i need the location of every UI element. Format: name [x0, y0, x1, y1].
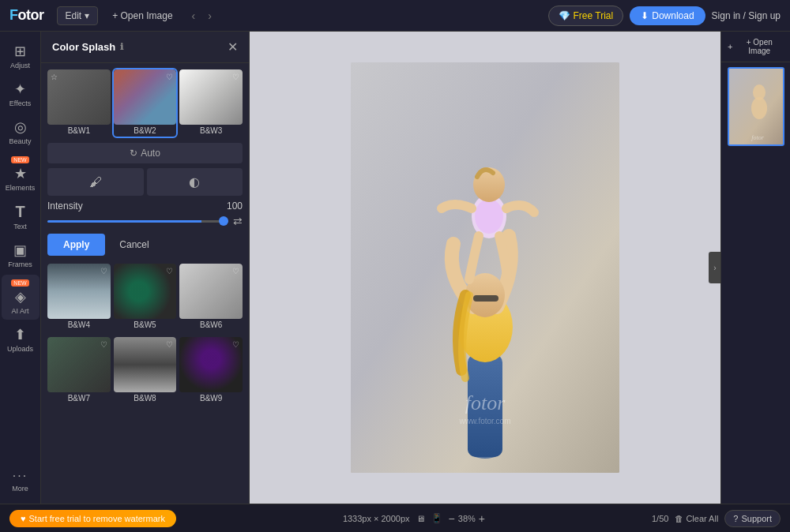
adjust-icon: ⊞	[14, 43, 26, 60]
right-open-area: + + Open Image	[721, 32, 790, 62]
plus-icon: +	[728, 42, 732, 51]
page-info: 1/50	[652, 514, 668, 523]
filter-label-bw9: B&W9	[179, 394, 243, 404]
edit-button[interactable]: Edit ▾	[57, 6, 99, 25]
remove-watermark-button[interactable]: ♥ Start free trial to remove watermark	[9, 510, 176, 527]
zoom-out-button[interactable]: −	[449, 512, 455, 525]
filter-bw3[interactable]: B&W3 ♡	[179, 69, 243, 137]
filter-label-bw7: B&W7	[47, 394, 111, 404]
swap-icon: ⇄	[233, 215, 243, 227]
filter-label-bw2: B&W2	[114, 126, 177, 137]
download-button[interactable]: ⬇ Download	[630, 6, 705, 25]
left-sidebar: ⊞ Adjust ✦ Effects ◎ Beauty NEW ★ Elemen…	[0, 32, 41, 504]
filter-bw8[interactable]: B&W8 ♡	[114, 337, 177, 404]
panel-title: Color Splash ℹ	[52, 41, 123, 53]
brush-add-icon: 🖌	[89, 175, 102, 189]
trash-icon: 🗑	[675, 514, 683, 523]
apply-button[interactable]: Apply	[47, 234, 105, 256]
uploads-icon: ⬆	[14, 326, 26, 343]
intensity-label: Intensity	[47, 200, 83, 212]
svg-text:www.fotor.com: www.fotor.com	[458, 417, 510, 425]
sidebar-item-elements[interactable]: NEW ★ Elements	[2, 152, 40, 197]
sidebar-item-frames[interactable]: ▣ Frames	[2, 237, 40, 273]
sidebar-item-text[interactable]: T Text	[2, 198, 40, 235]
zoom-level: 38%	[458, 514, 476, 523]
heart-icon-bw4: ♡	[100, 267, 107, 275]
elements-icon: ★	[14, 165, 27, 182]
filter-label-bw3: B&W3	[179, 126, 243, 137]
filter-bw2[interactable]: B&W2 ♡	[114, 69, 177, 137]
panel-close-button[interactable]: ✕	[228, 39, 238, 54]
sidebar-item-adjust[interactable]: ⊞ Adjust	[2, 38, 40, 74]
sidebar-item-uploads[interactable]: ⬆ Uploads	[2, 321, 40, 358]
filter-bw6[interactable]: B&W6 ♡	[179, 264, 243, 331]
sidebar-item-beauty[interactable]: ◎ Beauty	[2, 114, 40, 150]
forward-button[interactable]: ›	[203, 8, 216, 24]
thumbnail-image: fotor	[728, 67, 784, 146]
heart-watermark-icon: ♥	[21, 514, 26, 523]
new-badge-elements: NEW	[11, 156, 28, 163]
question-icon: ?	[733, 514, 738, 523]
bottom-bar: ♥ Start free trial to remove watermark 1…	[0, 504, 790, 532]
svg-text:fotor: fotor	[751, 134, 764, 141]
filter-label-bw4: B&W4	[47, 320, 111, 331]
panel-header: Color Splash ℹ ✕	[41, 32, 249, 63]
brush-row: 🖌 ◐	[47, 168, 243, 196]
brush-add-button[interactable]: 🖌	[47, 168, 144, 196]
phone-icon: 📱	[431, 513, 442, 523]
more-dots-icon: ···	[13, 469, 28, 483]
action-row: Apply Cancel	[47, 234, 243, 256]
swap-button[interactable]: ⇄	[233, 215, 243, 227]
right-open-image-button[interactable]: + + Open Image	[728, 38, 784, 55]
signin-button[interactable]: Sign in / Sign up	[712, 10, 781, 21]
intensity-slider[interactable]	[47, 220, 228, 223]
filter-label-bw6: B&W6	[179, 320, 243, 331]
svg-point-12	[751, 97, 767, 119]
zoom-in-button[interactable]: +	[479, 512, 485, 525]
filter-bw1[interactable]: B&W1 ☆	[47, 69, 111, 137]
thumbnail-svg: fotor	[729, 69, 784, 146]
cancel-button[interactable]: Cancel	[110, 234, 158, 256]
brush-erase-button[interactable]: ◐	[147, 168, 243, 196]
sidebar-item-effects[interactable]: ✦ Effects	[2, 76, 40, 112]
back-button[interactable]: ‹	[187, 8, 201, 24]
filter-label-bw5: B&W5	[114, 320, 177, 331]
info-icon: ℹ	[120, 42, 123, 52]
sidebar-item-more[interactable]: ··· More	[2, 464, 40, 497]
zoom-controls: − 38% +	[449, 512, 485, 525]
free-trial-button[interactable]: 💎 Free Trial	[548, 6, 624, 26]
topbar: Fotor Edit ▾ + Open Image ‹ › 💎 Free Tri…	[0, 0, 790, 32]
svg-text:fotor: fotor	[465, 392, 506, 414]
heart-icon-bw8: ♡	[166, 340, 173, 349]
new-badge-ai: NEW	[11, 279, 28, 287]
svg-point-13	[753, 84, 766, 100]
topbar-right: 💎 Free Trial ⬇ Download Sign in / Sign u…	[548, 6, 781, 26]
canvas-image: fotor www.fotor.com	[351, 62, 619, 473]
filter-bw4[interactable]: B&W4 ♡	[47, 264, 111, 331]
bottom-right: 1/50 🗑 Clear All ? Support	[652, 510, 781, 527]
auto-button[interactable]: ↻ Auto	[47, 143, 243, 163]
heart-icon-bw6: ♡	[232, 267, 239, 275]
download-icon: ⬇	[641, 10, 649, 21]
auto-row: ↻ Auto	[47, 143, 243, 163]
open-image-top-button[interactable]: + Open Image	[104, 7, 180, 24]
filter-bw9[interactable]: B&W9 ♡	[179, 337, 243, 404]
logo: Fotor	[9, 7, 44, 24]
auto-refresh-icon: ↻	[130, 148, 137, 159]
filter-bw7[interactable]: B&W7 ♡	[47, 337, 111, 404]
sidebar-item-ai-art[interactable]: NEW ◈ AI Art	[2, 275, 40, 320]
support-button[interactable]: ? Support	[724, 510, 781, 527]
filter-grid-mid: B&W4 ♡ B&W5 ♡ B&W6 ♡	[47, 264, 243, 331]
svg-point-7	[475, 199, 503, 234]
right-panel: + + Open Image fotor	[720, 32, 790, 504]
monitor-icon: 🖥	[416, 514, 425, 523]
nav-arrows: ‹ ›	[187, 8, 216, 24]
filter-bw5[interactable]: B&W5 ♡	[114, 264, 177, 331]
diamond-icon: 💎	[559, 10, 570, 21]
clear-all-button[interactable]: 🗑 Clear All	[675, 514, 718, 523]
main-area: ⊞ Adjust ✦ Effects ◎ Beauty NEW ★ Elemen…	[0, 32, 790, 504]
topbar-left: Fotor Edit ▾ + Open Image ‹ ›	[9, 6, 216, 25]
canvas-collapse-button[interactable]: ›	[709, 252, 720, 283]
effects-icon: ✦	[14, 81, 26, 98]
filter-grid-bot: B&W7 ♡ B&W8 ♡ B&W9 ♡	[47, 337, 243, 404]
